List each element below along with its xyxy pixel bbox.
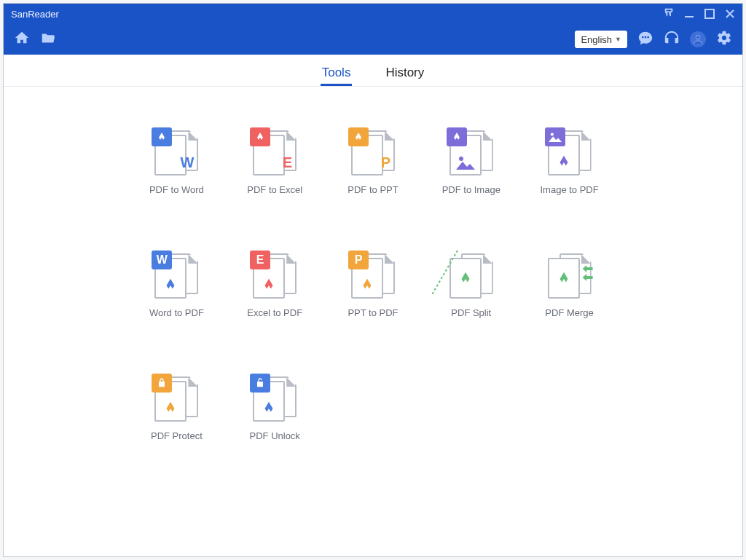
tool-pdf-split[interactable]: PDF Split — [422, 253, 520, 318]
tool-label: PDF Merge — [545, 307, 593, 318]
tool-word-to-pdf[interactable]: W Word to PDF — [127, 253, 226, 318]
tool-label: PPT to PDF — [348, 307, 398, 318]
tool-label: PDF to PPT — [348, 184, 398, 195]
tool-pdf-to-excel[interactable]: E PDF to Excel — [226, 130, 324, 195]
tool-pdf-merge[interactable]: PDF Merge — [520, 253, 619, 318]
excel-to-pdf-icon: E — [253, 253, 297, 299]
tool-image-to-pdf[interactable]: Image to PDF — [520, 130, 619, 195]
tool-label: PDF Unlock — [250, 430, 300, 441]
tool-excel-to-pdf[interactable]: E Excel to PDF — [226, 253, 324, 318]
svg-rect-0 — [685, 16, 694, 17]
app-window: SanReader Englis — [3, 3, 743, 557]
pdf-merge-icon — [548, 253, 592, 299]
pdf-protect-icon — [154, 376, 198, 422]
user-avatar[interactable] — [690, 31, 706, 47]
chevron-down-icon: ▼ — [615, 36, 621, 43]
word-to-pdf-icon: W — [154, 253, 198, 299]
main-tabs: Tools History — [4, 55, 742, 87]
maximize-button[interactable] — [704, 9, 715, 19]
close-button[interactable] — [725, 9, 735, 19]
tool-label: Excel to PDF — [247, 307, 302, 318]
tool-label: Word to PDF — [149, 307, 204, 318]
tool-label: Image to PDF — [540, 184, 598, 195]
pdf-to-word-icon: W — [154, 130, 198, 176]
tool-pdf-to-word[interactable]: W PDF to Word — [127, 130, 226, 195]
open-folder-icon[interactable] — [40, 30, 56, 49]
pdf-to-image-icon — [449, 130, 493, 176]
home-icon[interactable] — [14, 30, 30, 49]
language-select[interactable]: English ▼ — [575, 31, 627, 48]
gear-icon[interactable] — [716, 30, 732, 49]
tool-pdf-unlock[interactable]: PDF Unlock — [226, 376, 324, 441]
svg-point-2 — [696, 36, 699, 39]
toolbar: English ▼ — [4, 24, 742, 55]
tool-pdf-protect[interactable]: PDF Protect — [127, 376, 226, 441]
tool-ppt-to-pdf[interactable]: P PPT to PDF — [324, 253, 423, 318]
tool-label: PDF to Word — [149, 184, 204, 195]
chat-icon[interactable] — [637, 30, 653, 49]
tool-pdf-to-ppt[interactable]: P PDF to PPT — [324, 130, 423, 195]
title-bar: SanReader — [4, 4, 742, 24]
ppt-to-pdf-icon: P — [351, 253, 395, 299]
minimize-button[interactable] — [684, 9, 694, 19]
svg-point-3 — [459, 157, 463, 161]
image-to-pdf-icon — [548, 130, 592, 176]
pdf-to-excel-icon: E — [253, 130, 297, 176]
tool-pdf-to-image[interactable]: PDF to Image — [422, 130, 520, 195]
app-title: SanReader — [11, 9, 664, 20]
svg-rect-1 — [705, 9, 714, 18]
tool-label: PDF to Excel — [247, 184, 302, 195]
pdf-to-ppt-icon: P — [351, 130, 395, 176]
theme-icon[interactable] — [664, 7, 674, 20]
tools-panel: W PDF to Word E PDF to Excel — [4, 87, 742, 556]
pdf-split-icon — [449, 253, 493, 299]
headphones-icon[interactable] — [664, 30, 680, 49]
language-label: English — [581, 34, 612, 45]
pdf-unlock-icon — [253, 376, 297, 422]
tool-label: PDF Protect — [151, 430, 203, 441]
tool-label: PDF Split — [451, 307, 491, 318]
tab-history[interactable]: History — [384, 66, 425, 86]
tool-label: PDF to Image — [442, 184, 500, 195]
tab-tools[interactable]: Tools — [321, 66, 353, 86]
